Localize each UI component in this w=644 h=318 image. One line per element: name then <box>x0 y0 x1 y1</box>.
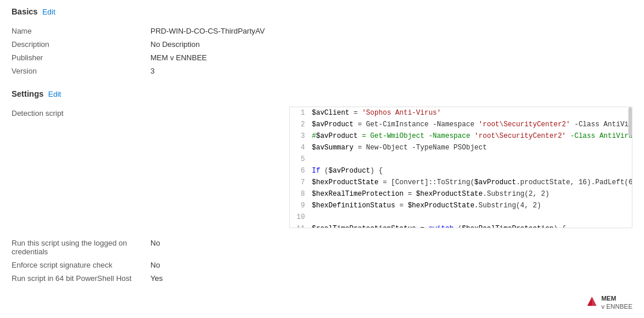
line-number: 2 <box>290 119 312 130</box>
line-content <box>312 211 632 223</box>
bottom-fields-table: Run this script using the logged on cred… <box>12 236 632 285</box>
code-editor[interactable]: 1$avClient = 'Sophos Anti-Virus'2$avProd… <box>289 107 632 228</box>
line-content <box>312 153 632 165</box>
field-value: MEM v ENNBEE <box>150 51 632 64</box>
line-content: $avProduct = Get-CimInstance -Namespace … <box>312 119 632 130</box>
basics-header: Basics Edit <box>12 7 632 16</box>
field-value: No <box>150 258 632 272</box>
line-number: 8 <box>290 188 312 200</box>
basics-edit-link[interactable]: Edit <box>42 8 55 16</box>
table-row: Version3 <box>12 64 632 78</box>
table-row: PublisherMEM v ENNBEE <box>12 51 632 64</box>
settings-edit-link[interactable]: Edit <box>48 90 61 98</box>
field-value: No Description <box>150 38 632 51</box>
table-row: Run script in 64 bit PowerShell HostYes <box>12 272 632 285</box>
field-label: Enforce script signature check <box>12 258 150 272</box>
logo-text: MEM v ENNBEE <box>601 295 632 310</box>
scrollbar-indicator[interactable] <box>628 107 632 136</box>
table-row: Run this script using the logged on cred… <box>12 236 632 258</box>
line-number: 5 <box>290 153 312 165</box>
field-label: Description <box>12 38 150 51</box>
settings-title: Settings <box>12 89 43 98</box>
code-line: 2$avProduct = Get-CimInstance -Namespace… <box>290 119 632 130</box>
field-value: 3 <box>150 64 632 78</box>
field-value: PRD-WIN-D-CO-CS-ThirdPartyAV <box>150 24 632 38</box>
line-number: 10 <box>290 211 312 223</box>
logo-icon <box>585 294 599 311</box>
line-content: $hexRealTimeProtection = $hexProductStat… <box>312 188 632 200</box>
line-content: $avClient = 'Sophos Anti-Virus' <box>312 107 632 119</box>
table-row: DescriptionNo Description <box>12 38 632 51</box>
settings-header: Settings Edit <box>12 89 632 98</box>
code-line: 8 $hexRealTimeProtection = $hexProductSt… <box>290 188 632 200</box>
line-number: 6 <box>290 165 312 177</box>
line-number: 11 <box>290 223 312 228</box>
field-label: Publisher <box>12 51 150 64</box>
code-line: 1$avClient = 'Sophos Anti-Virus' <box>290 107 632 119</box>
line-number: 3 <box>290 130 312 142</box>
line-number: 4 <box>290 142 312 153</box>
basics-table: NamePRD-WIN-D-CO-CS-ThirdPartyAVDescript… <box>12 24 632 78</box>
field-value: No <box>150 236 632 258</box>
code-line: 10 <box>290 211 632 223</box>
line-content: $hexDefinitionStatus = $hexProductState.… <box>312 200 632 211</box>
table-row: NamePRD-WIN-D-CO-CS-ThirdPartyAV <box>12 24 632 38</box>
code-line: 5 <box>290 153 632 165</box>
line-content: #$avProduct = Get-WmiObject -Namespace '… <box>312 130 632 142</box>
code-line: 3#$avProduct = Get-WmiObject -Namespace … <box>290 130 632 142</box>
field-label: Name <box>12 24 150 38</box>
line-content: $avSummary = New-Object -TypeName PSObje… <box>312 142 632 153</box>
page-container: Basics Edit NamePRD-WIN-D-CO-CS-ThirdPar… <box>0 0 644 304</box>
code-line: 6If ($avProduct) { <box>290 165 632 177</box>
line-content: $hexProductState = [Convert]::ToString($… <box>312 177 632 188</box>
field-label: Version <box>12 64 150 78</box>
line-content: $realTimeProtectionStatus = switch ($hex… <box>312 223 632 228</box>
detection-script-row: Detection script 1$avClient = 'Sophos An… <box>12 107 632 228</box>
detection-script-label: Detection script <box>12 107 150 228</box>
field-value: Yes <box>150 272 632 285</box>
code-line: 4$avSummary = New-Object -TypeName PSObj… <box>290 142 632 153</box>
line-content: If ($avProduct) { <box>312 165 632 177</box>
code-line: 9 $hexDefinitionStatus = $hexProductStat… <box>290 200 632 211</box>
line-number: 9 <box>290 200 312 211</box>
field-label: Run this script using the logged on cred… <box>12 236 150 258</box>
table-row: Enforce script signature checkNo <box>12 258 632 272</box>
field-label: Run script in 64 bit PowerShell Host <box>12 272 150 285</box>
logo-area: MEM v ENNBEE <box>585 294 632 311</box>
line-number: 1 <box>290 107 312 119</box>
settings-section: Settings Edit Detection script 1$avClien… <box>12 89 632 228</box>
basics-title: Basics <box>12 7 38 16</box>
line-number: 7 <box>290 177 312 188</box>
code-line: 11 $realTimeProtectionStatus = switch ($… <box>290 223 632 228</box>
code-line: 7 $hexProductState = [Convert]::ToString… <box>290 177 632 188</box>
